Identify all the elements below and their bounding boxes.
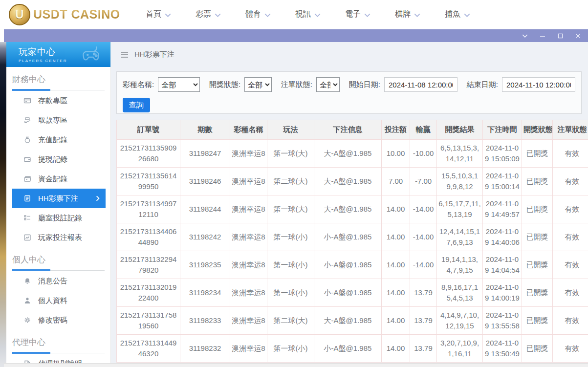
nav-item-chess[interactable]: 棋牌 bbox=[395, 9, 420, 20]
nav-item-lottery[interactable]: 彩票 bbox=[196, 9, 221, 20]
table-cell: 2024-11-09 14:04:54 bbox=[483, 251, 522, 279]
window-minimize-icon[interactable] bbox=[539, 32, 546, 39]
table-row: 215217311356149995031198246澳洲幸运8第二球(大)大-… bbox=[117, 168, 588, 195]
column-header: 下注信息 bbox=[314, 120, 382, 140]
sidebar-item-label: 玩家投注報表 bbox=[38, 233, 82, 242]
table-cell: 15,5,10,3,19,9,8,12 bbox=[437, 168, 483, 195]
start-date-label: 開始日期: bbox=[349, 80, 380, 89]
table-cell: 第一球(大) bbox=[267, 195, 314, 223]
table-row: 215217311317581956031198233澳洲幸运8第二球(大)大-… bbox=[117, 307, 588, 335]
column-header: 下注時間 bbox=[483, 120, 522, 140]
table-cell: 12,4,14,15,17,6,9,13 bbox=[437, 223, 483, 251]
brand-logo[interactable]: U USDT CASINO bbox=[9, 4, 131, 25]
table-cell: 澳洲幸运8 bbox=[230, 335, 267, 363]
screen: U USDT CASINO 首頁 彩票 體育 視訊 電子 棋牌 捕魚 玩家中心 … bbox=[0, 0, 588, 367]
table-cell: 10.00 bbox=[382, 140, 410, 168]
table-cell: 澳洲幸运8 bbox=[230, 223, 267, 251]
withdraw-hand-icon bbox=[23, 116, 31, 124]
table-cell: 31198235 bbox=[180, 251, 230, 279]
table-cell: 2024-11-09 15:00:14 bbox=[483, 168, 522, 195]
table-cell: 31198233 bbox=[180, 307, 230, 335]
table-cell: 大-A盤@1.985 bbox=[314, 307, 382, 335]
table-cell: 有效 bbox=[553, 195, 588, 223]
chevron-down-icon bbox=[414, 10, 420, 19]
table-cell: 14.00 bbox=[382, 223, 410, 251]
sidebar-item-label: 資金記錄 bbox=[38, 174, 67, 184]
sidebar-item-funds-record[interactable]: 資金記錄 bbox=[12, 169, 106, 189]
nav-item-fishing[interactable]: 捕魚 bbox=[445, 9, 470, 20]
column-header: 注單狀態 bbox=[553, 120, 588, 140]
nav-item-electronic[interactable]: 電子 bbox=[345, 9, 370, 20]
chevron-down-icon bbox=[364, 10, 370, 19]
nav-item-label: 首頁 bbox=[146, 9, 161, 20]
table-row: 215217311349971211031198244澳洲幸运8第一球(大)大-… bbox=[117, 195, 588, 223]
coin-logo-icon: U bbox=[9, 4, 30, 25]
search-button[interactable]: 查詢 bbox=[123, 98, 150, 112]
sidebar-item-announcements[interactable]: 消息公告 bbox=[12, 271, 106, 291]
column-header: 玩法 bbox=[267, 120, 314, 140]
table-cell: 有效 bbox=[553, 140, 588, 168]
order-status-select[interactable]: 全部 bbox=[316, 77, 340, 92]
top-navigation: U USDT CASINO 首頁 彩票 體育 視訊 電子 棋牌 捕魚 bbox=[0, 0, 588, 29]
end-date-label: 結束日期: bbox=[467, 80, 498, 89]
table-cell: 31198244 bbox=[180, 195, 230, 223]
sidebar-item-change-password[interactable]: 修改密碼 bbox=[12, 310, 106, 330]
window-close-icon[interactable] bbox=[574, 32, 581, 39]
table-cell: 小-A盤@1.985 bbox=[314, 279, 382, 307]
sidebar-item-hh-lottery-bets[interactable]: HH彩票下注 bbox=[12, 189, 106, 208]
nav-item-home[interactable]: 首頁 bbox=[146, 9, 171, 20]
sidebar-group-title-personal-center: 個人中心 bbox=[12, 254, 110, 265]
table-cell: -14.00 bbox=[410, 223, 437, 251]
table-cell: 13.79 bbox=[410, 335, 437, 363]
draw-status-select[interactable]: 全部 bbox=[244, 77, 272, 92]
filter-panel: 彩種名稱: 全部 開獎狀態: 全部 注單狀態: 全部 開始日期: 結束日期: bbox=[116, 71, 582, 114]
sidebar-item-profile[interactable]: 個人資料 bbox=[12, 291, 106, 310]
sidebar-item-label: 取款專區 bbox=[38, 116, 67, 125]
nav-item-label: 捕魚 bbox=[445, 9, 460, 20]
sidebar-item-deposit[interactable]: 存款專區 bbox=[12, 91, 106, 110]
sidebar-item-recharge-record[interactable]: 充值記錄 bbox=[12, 130, 106, 150]
table-cell: -14.00 bbox=[410, 195, 437, 223]
page-background-strip bbox=[0, 42, 6, 367]
table-cell: 有效 bbox=[553, 168, 588, 195]
sidebar-item-player-bet-report[interactable]: 玩家投注報表 bbox=[12, 228, 106, 247]
nav-item-sports[interactable]: 體育 bbox=[245, 9, 271, 20]
logo-monogram: U bbox=[15, 8, 23, 22]
table-row: 215217311359092668031198247澳洲幸运8第一球(大)大-… bbox=[117, 140, 588, 168]
table-cell: 小-A盤@1.985 bbox=[314, 335, 382, 363]
chevron-down-icon bbox=[314, 10, 321, 19]
table-cell: 2024-11-09 13:50:49 bbox=[483, 335, 522, 363]
window-maximize-icon[interactable] bbox=[557, 32, 564, 39]
table-row: 215217311322947982031198235澳洲幸运8第一球(小)小-… bbox=[117, 251, 588, 279]
sidebar-item-withdraw[interactable]: 取款專區 bbox=[12, 110, 106, 130]
table-cell: 2024-11-09 14:49:57 bbox=[483, 195, 522, 223]
gamepad-icon bbox=[78, 45, 104, 65]
table-cell: 有效 bbox=[553, 335, 588, 363]
horizontal-scrollbar[interactable] bbox=[4, 363, 588, 367]
table-cell: 澳洲幸运8 bbox=[230, 195, 267, 223]
sidebar-item-withdraw-record[interactable]: 提現記錄 bbox=[12, 150, 106, 169]
window-chevron-down-icon[interactable] bbox=[522, 32, 528, 39]
nav-menu: 首頁 彩票 體育 視訊 電子 棋牌 捕魚 bbox=[146, 9, 470, 20]
start-date-input[interactable] bbox=[384, 77, 457, 92]
person-icon bbox=[23, 297, 31, 304]
sidebar-item-label: 個人資料 bbox=[38, 296, 67, 305]
table-cell: 澳洲幸运8 bbox=[230, 168, 267, 195]
hamburger-icon[interactable] bbox=[121, 51, 129, 58]
table-cell: 2152173113201922400 bbox=[117, 279, 180, 307]
table-cell: 有效 bbox=[553, 307, 588, 335]
table-cell: 4,14,9,7,10,12,19,15 bbox=[437, 307, 483, 335]
table-cell: 2152173113561499950 bbox=[117, 168, 180, 195]
end-date-input[interactable] bbox=[502, 77, 575, 92]
sidebar-item-room-bet-record[interactable]: 廳室投註記錄 bbox=[12, 208, 106, 228]
column-header: 開獎狀態 bbox=[522, 120, 553, 140]
sidebar-item-label: 提現記錄 bbox=[38, 155, 67, 164]
gear-icon bbox=[23, 316, 31, 324]
table-cell: 7.00 bbox=[382, 168, 410, 195]
lottery-name-select[interactable]: 全部 bbox=[158, 77, 200, 92]
chevron-right-icon bbox=[96, 194, 100, 203]
table-cell: 已開獎 bbox=[522, 223, 553, 251]
table-cell: 13.79 bbox=[410, 307, 437, 335]
nav-item-video[interactable]: 視訊 bbox=[295, 9, 321, 20]
table-cell: 澳洲幸运8 bbox=[230, 307, 267, 335]
